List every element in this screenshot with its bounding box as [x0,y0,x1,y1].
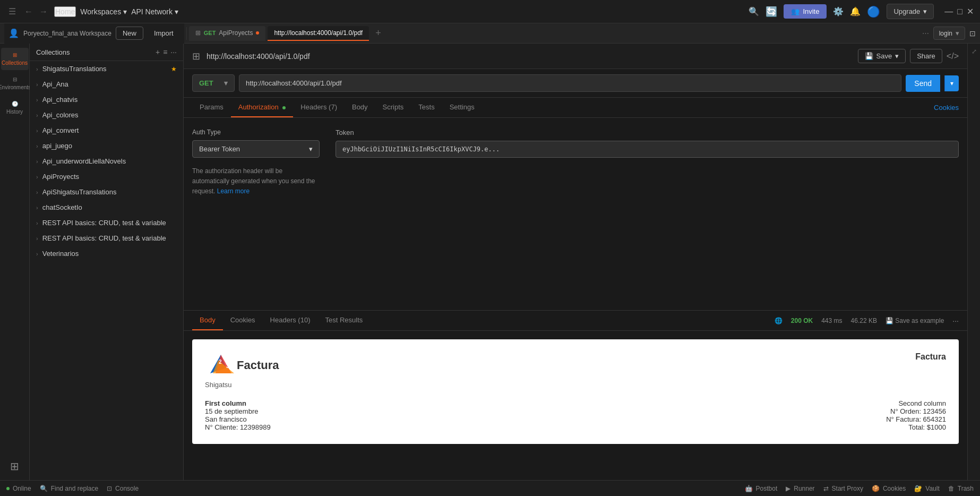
resp-tab-cookies[interactable]: Cookies [223,311,263,330]
collections-icon: ⊞ [13,52,17,58]
expand-right-button[interactable]: ⤢ [972,48,977,55]
chevron-right-icon: › [36,174,38,180]
tab-headers[interactable]: Headers (7) [293,98,345,117]
console-button[interactable]: ⊡ Console [107,485,139,492]
add-collection-button[interactable]: + [156,48,160,56]
forward-button[interactable]: → [37,5,50,19]
list-item[interactable]: › ApiProyects [30,169,183,184]
chevron-right-icon: › [36,81,38,88]
response-size: 46.22 KB [851,317,877,324]
status-indicator[interactable]: Online [6,485,31,492]
history-nav-button[interactable]: 🕐 History [1,97,29,119]
list-item[interactable]: › chatSocketIo [30,200,183,215]
save-button[interactable]: 💾 Save ▾ [858,49,906,63]
chevron-down-icon: ▾ [175,7,178,16]
list-item[interactable]: › REST API basics: CRUD, test & variable [30,215,183,230]
resp-tab-body[interactable]: Body [192,311,223,330]
svg-text:2: 2 [219,359,222,365]
trash-button[interactable]: 🗑 Trash [948,485,974,492]
method-dropdown[interactable]: GET ▾ [192,74,235,92]
tab-settings[interactable]: Settings [442,98,482,117]
runner-button[interactable]: ▶ Runner [786,485,814,492]
chevron-right-icon: › [36,235,38,242]
list-item[interactable]: › ApiShigatsuTranslations [30,184,183,200]
save-icon: 💾 [886,317,893,324]
list-item[interactable]: › Api_colores [30,107,183,123]
maximize-button[interactable]: □ [957,6,962,16]
tab-api-proyects[interactable]: ⊞ GET ApiProyects [189,26,266,41]
vault-button[interactable]: 🔐 Vault [914,485,939,492]
online-dot [6,487,10,490]
save-icon: 💾 [865,52,873,60]
notifications-button[interactable]: 🔔 [850,6,861,16]
send-button[interactable]: Send [906,75,940,92]
share-button[interactable]: Share [910,49,942,63]
topbar: ☰ ← → Home Workspaces ▾ API Network ▾ 🔍 … [0,0,980,23]
list-item[interactable]: › REST API basics: CRUD, test & variable [30,230,183,246]
list-item[interactable]: › api_juego [30,138,183,153]
api-network-button[interactable]: API Network ▾ [131,7,178,16]
resp-tab-test-results[interactable]: Test Results [318,311,371,330]
tab-collection-icon: ⊞ [195,29,201,37]
postbot-button[interactable]: 🤖 Postbot [745,485,778,492]
more-options-button[interactable]: ··· [952,317,959,325]
settings-button[interactable]: ⚙️ [833,6,844,16]
tab-scripts[interactable]: Scripts [375,98,411,117]
start-proxy-button[interactable]: ⇄ Start Proxy [823,485,863,492]
sync-icon: 🔄 [766,6,777,18]
tab-tests[interactable]: Tests [411,98,442,117]
second-col-label: Second column [886,399,946,407]
postbot-icon: 🤖 [745,485,753,492]
close-button[interactable]: ✕ [967,6,974,16]
login-env-dropdown[interactable]: login ▾ [933,27,965,40]
token-input[interactable] [336,141,959,158]
nav-arrows: ← → [22,5,50,19]
tab-url-label: ApiProyects [219,29,253,37]
view-toggle-button[interactable]: ⊡ [969,29,976,38]
window-controls: — □ ✕ [944,6,974,16]
find-replace-button[interactable]: 🔍 Find and replace [40,485,98,492]
code-button[interactable]: </> [947,49,959,63]
invoice-right-col: Second column N° Orden: 123456 N° Factur… [886,399,946,431]
tab-authorization[interactable]: Authorization [231,98,294,117]
invite-button[interactable]: 👥 Invite [784,4,827,19]
list-item[interactable]: › Veterinarios [30,246,183,261]
endpoint-icon: ⊞ [192,50,200,62]
home-button[interactable]: Home [54,6,76,17]
list-item[interactable]: › Api_convert [30,123,183,138]
more-collections-button[interactable]: ··· [170,48,177,56]
collections-header: Collections + ≡ ··· [30,44,183,61]
cookies-bottom-button[interactable]: 🍪 Cookies [872,485,906,492]
list-item[interactable]: › Api_underwordLiellaNovels [30,153,183,169]
resp-tab-headers[interactable]: Headers (10) [263,311,318,330]
search-button[interactable]: 🔍 [749,6,759,16]
collections-nav-button[interactable]: ⊞ Collections [1,48,29,70]
back-button[interactable]: ← [22,5,35,19]
new-button[interactable]: New [116,27,143,40]
upgrade-button[interactable]: Upgrade ▾ [887,4,934,19]
url-input[interactable] [239,74,901,92]
list-item[interactable]: › ShigatsuTranslations ★ [30,61,183,76]
list-item[interactable]: › Api_Ana [30,76,183,92]
save-example-button[interactable]: 💾 Save as example [886,317,944,324]
workspaces-button[interactable]: Workspaces ▾ [80,7,127,16]
learn-more-link[interactable]: Learn more [217,187,250,195]
import-button[interactable]: Import [148,27,180,39]
auth-type-dropdown[interactable]: Bearer Token ▾ [192,140,320,158]
company-subtitle: Shigatsu [205,381,279,389]
add-tab-button[interactable]: + [371,25,385,41]
logo-icon: 1 2 3 [205,352,237,379]
list-item[interactable]: › Api_chatvis [30,92,183,107]
filter-button[interactable]: ≡ [163,48,167,56]
tab-body[interactable]: Body [345,98,375,117]
minimize-button[interactable]: — [944,6,953,16]
tab-params[interactable]: Params [192,98,231,117]
environments-nav-button[interactable]: ⊟ Environments [1,72,29,95]
sidebar-add-button[interactable]: ⊞ [5,457,24,476]
proxy-icon: ⇄ [823,485,829,492]
menu-button[interactable]: ☰ [6,4,18,19]
cookies-icon: 🍪 [872,485,880,492]
cookies-button[interactable]: Cookies [934,104,959,112]
tab-current-request[interactable]: http://localhost:4000/api/1.0/pdf [268,26,369,41]
send-dropdown-button[interactable]: ▾ [944,75,959,91]
